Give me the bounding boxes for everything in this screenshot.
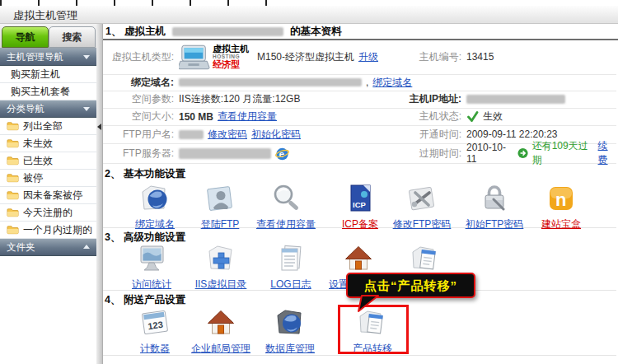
feature-modify-ftp-password[interactable]: 修改FTP密码 [386,182,458,231]
ftp-user-label: FTP用户名: [103,128,179,142]
feature-log[interactable]: LOG日志 [255,242,327,292]
space-params-label: 空间参数: [103,92,179,106]
view-capacity-link[interactable]: 查看使用容量 [218,110,277,124]
chevron-down-icon [83,55,90,59]
hosting-logo: 虚拟主机 HOSTING 经济型 [179,44,249,71]
sidebar-splitter[interactable] [96,24,103,364]
host-no-value: 13415 [466,51,616,63]
feature-enterprise-mail[interactable]: 企业邮局管理 [185,306,257,356]
folder-icon [7,156,19,166]
redacted-ip [466,95,565,104]
section-category-nav[interactable]: 分类导航 [0,100,96,118]
magnifier-icon [269,182,302,215]
sidebar-item-active[interactable]: 已生效 [0,152,96,170]
logo-line1: 虚拟主机 [213,44,249,54]
basic-info-title-prefix: 1、 虚拟主机 [105,25,166,39]
log-document-icon [274,242,307,275]
sidebar-item-list-all[interactable]: 列出全部 [0,118,96,135]
init-password-link[interactable]: 初始化密码 [251,128,301,142]
sidebar-item-registered-today[interactable]: 今天注册的 [0,204,96,222]
modify-password-link[interactable]: 修改密码 [208,128,247,142]
row-domain: 绑定域名: , 绑定域名 [103,74,616,91]
house-icon [342,242,375,275]
feature-sitebox[interactable]: n 建站宝盒 [525,182,597,231]
feature-iis-virtual-dir[interactable]: IIS虚拟目录 [185,242,257,292]
globe-folder-icon [138,182,171,215]
database-globe-icon [274,306,307,339]
upgrade-link[interactable]: 升级 [358,50,378,64]
sidebar-item-buy-host[interactable]: 购买新主机 [0,66,96,83]
sidebar-item-expiring-month[interactable]: 一个月内过期的 [0,222,96,239]
space-params-value: IIS连接数:120 月流量:12GB [179,92,382,106]
tab-search[interactable]: 搜索 [49,26,96,48]
host-ip-label: 主机IP地址: [382,92,466,106]
feature-database[interactable]: 数据库管理 [254,306,326,356]
host-type-value: M150-经济型虚拟主机 [257,50,354,64]
laptop-icon [179,44,210,71]
feature-view-capacity[interactable]: 查看使用容量 [250,182,322,231]
page-title: 虚拟主机管理 [13,8,77,23]
basic-info-title-suffix: 的基本资料 [290,25,342,39]
mail-house-icon [204,306,237,339]
green-arrow-icon [517,147,528,159]
chevron-up-icon [83,245,90,249]
folder-plus-icon [204,242,237,275]
callout-tail [357,295,380,313]
folder-icon [7,138,19,148]
folder-icon [7,121,19,131]
space-size-label: 空间大小: [103,110,179,124]
folder-icon [7,173,19,183]
bonus-features-title: 4、 附送产品设置 [105,293,185,307]
svg-text:ICP: ICP [353,200,367,209]
open-time-label: 开通时间: [382,128,466,142]
tab-navigation[interactable]: 导航 [2,26,49,48]
folder-icon [7,225,19,235]
redacted-hostname [172,27,283,36]
ie-browser-icon[interactable]: e [275,147,289,161]
row-host-type: 虚拟主机类型: 虚拟主机 HOSTING 经济型 M150-经济型虚拟主机 升级 [103,40,616,75]
host-status-label: 主机状态: [382,110,466,124]
expire-date: 2010-10-11 [466,142,513,165]
host-status-value: 生效 [483,110,503,124]
title-bar: 虚拟主机管理 [0,6,618,24]
collapse-arrow-icon [97,124,101,130]
redacted-ftp-user [179,130,204,139]
open-time-value: 2009-09-11 22:20:23 [466,128,616,140]
feature-bind-domain[interactable]: 绑定域名 [119,182,191,231]
logo-line3: 经济型 [213,60,249,69]
redacted-domains [179,78,362,86]
sidebar-item-inactive[interactable]: 未生效 [0,135,96,152]
feature-login-ftp[interactable]: 登陆FTP [184,182,256,231]
sidebar-item-buy-package[interactable]: 购买主机套餐 [0,83,96,100]
svg-text:n: n [555,189,566,210]
stats-monitor-icon [135,242,168,275]
basic-features-title: 2、 基本功能设置 [105,167,185,181]
host-no-label: 主机编号: [382,50,466,64]
section-folders[interactable]: 文件夹 [0,239,96,256]
sidebar-tabs: 导航 搜索 [0,24,96,49]
check-icon [466,111,479,122]
feature-counter[interactable]: 123 计数器 [119,306,191,356]
sidebar-item-stopped-no-icp[interactable]: 因未备案被停 [0,187,96,204]
renew-link[interactable]: 续费 [598,139,616,167]
expire-note: 还有109天过期 [532,139,594,167]
ftp-user-icon [204,182,236,215]
domain-label: 绑定域名: [103,76,179,90]
section-host-management[interactable]: 主机管理导航 [0,49,96,66]
sitebox-n-icon: n [545,182,578,215]
space-size-value: 150 MB [179,111,213,123]
sidebar-item-stopped[interactable]: 被停 [0,170,96,187]
row-space-params: 空间参数: IIS连接数:120 月流量:12GB 主机IP地址: [103,91,616,109]
basic-info-header: 1、 虚拟主机 的基本资料 [103,25,618,40]
counter-123-icon: 123 [138,306,171,339]
ftp-server-label: FTP服务器: [103,147,179,161]
feature-visit-stats[interactable]: 访问统计 [115,242,188,292]
folder-icon [7,190,19,200]
feature-init-ftp-password[interactable]: 初始FTP密码 [458,182,531,231]
host-type-label: 虚拟主机类型: [103,50,179,64]
domain-separator: , [366,77,368,88]
chevron-down-icon [83,107,90,111]
virtual-host-manager-window: 虚拟主机管理 导航 搜索 主机管理导航 购买新主机 购买主机套餐 分类导航 列出… [0,0,618,364]
bind-domain-link[interactable]: 绑定域名 [372,76,412,90]
redacted-ftp-server [179,148,271,159]
